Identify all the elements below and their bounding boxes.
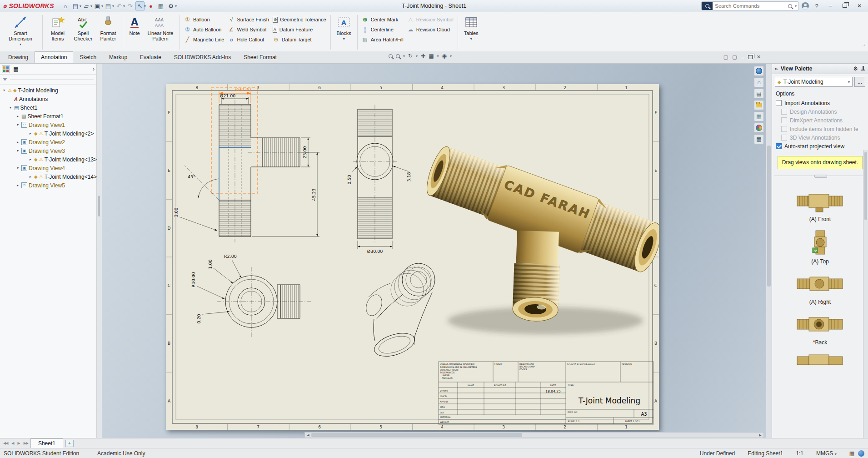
tab-sketch[interactable]: Sketch bbox=[73, 51, 103, 63]
view-palette-tab-icon[interactable]: ▦ bbox=[754, 111, 764, 121]
blocks-dropdown-icon[interactable]: ▾ bbox=[343, 36, 345, 42]
drawing-view-shaded-3d[interactable]: CAD FARAH bbox=[392, 141, 659, 359]
tab-solidworks-addins[interactable]: SOLIDWORKS Add-Ins bbox=[168, 51, 237, 63]
select-tool-icon[interactable]: ↖ bbox=[135, 1, 145, 10]
tab-annotation[interactable]: Annotation bbox=[35, 51, 73, 63]
doc-restore-icon[interactable] bbox=[748, 55, 753, 60]
checkbox-dimxpert-annotations[interactable]: DimXpert Annotations bbox=[776, 116, 864, 125]
open-icon[interactable]: ▱ bbox=[82, 1, 91, 10]
display-style-dropdown-icon[interactable]: ▾ bbox=[437, 54, 439, 58]
new-document-icon[interactable]: ▤ bbox=[71, 1, 80, 10]
expander-icon[interactable]: ▸ bbox=[15, 140, 20, 144]
revision-symbol-button[interactable]: △Revision Symbol bbox=[407, 15, 454, 24]
tree-item-sheet1[interactable]: ▾ ▤ Sheet1 bbox=[0, 103, 96, 112]
drawing-view-isometric[interactable] bbox=[363, 263, 435, 361]
revision-cloud-button[interactable]: ☁Revision Cloud bbox=[407, 25, 454, 34]
scroll-left-icon[interactable]: ◀ bbox=[305, 433, 311, 437]
format-painter-button[interactable]: Format Painter bbox=[96, 13, 120, 51]
centerline-button[interactable]: ¦Centerline bbox=[362, 25, 404, 34]
print-icon[interactable]: ▤ bbox=[104, 1, 113, 10]
checkbox-design-annotations[interactable]: Design Annotations bbox=[776, 107, 864, 116]
palette-document-select[interactable]: ◆ T-Joint Modeling ▾ bbox=[775, 77, 853, 87]
doc-close-icon[interactable]: ✕ bbox=[757, 54, 761, 60]
file-explorer-icon[interactable] bbox=[754, 100, 764, 110]
model-items-button[interactable]: Model Items bbox=[45, 13, 70, 51]
search-commands-box[interactable]: ▾ bbox=[701, 1, 799, 10]
palette-settings-gear-icon[interactable]: ⚙ bbox=[853, 65, 858, 72]
scroll-right-icon[interactable]: ▶ bbox=[757, 433, 763, 437]
checkbox-3d-view-annotations[interactable]: 3D View Annotations bbox=[776, 133, 864, 142]
tables-button[interactable]: Tables ▾ bbox=[460, 13, 482, 51]
tree-item-drawing-view2[interactable]: ▸ ▣ Drawing View2 bbox=[0, 138, 96, 146]
doc-minimize-icon[interactable]: – bbox=[741, 55, 744, 60]
units-selector[interactable]: MMGS ▾ bbox=[816, 450, 837, 457]
note-button[interactable]: A Note bbox=[125, 13, 144, 51]
view-settings-icon[interactable]: ◉ bbox=[442, 53, 447, 59]
record-macro-icon[interactable]: ● bbox=[146, 1, 155, 10]
horizontal-scrollbar[interactable]: ◀ ▶ bbox=[304, 432, 764, 438]
geometric-tolerance-button[interactable]: ⊕Geometric Tolerance bbox=[273, 15, 326, 24]
tree-item-drawing-view5[interactable]: ▸ ◠ Drawing View5 bbox=[0, 181, 96, 190]
area-hatch-button[interactable]: ▨Area Hatch/Fill bbox=[362, 35, 404, 44]
open-dropdown-icon[interactable]: ▾ bbox=[90, 4, 92, 8]
expander-icon[interactable]: ▸ bbox=[15, 114, 20, 118]
spell-checker-button[interactable]: Abc Spell Checker bbox=[70, 13, 96, 51]
drawing-sheet[interactable]: .ln { stroke:#222; stroke-width:1; fill:… bbox=[166, 84, 659, 430]
expander-icon[interactable]: ▾ bbox=[8, 106, 13, 110]
smart-dimension-button[interactable]: Smart Dimension ▾ bbox=[1, 13, 40, 51]
center-mark-button[interactable]: ⊕Center Mark bbox=[362, 15, 404, 24]
hole-callout-button[interactable]: ⌀Hole Callout bbox=[228, 35, 269, 44]
datum-feature-button[interactable]: ADatum Feature bbox=[273, 25, 326, 34]
tab-evaluate[interactable]: Evaluate bbox=[134, 51, 168, 63]
doc-tile-icon[interactable]: ▢ bbox=[723, 54, 728, 60]
property-manager-tab-icon[interactable]: ▦ bbox=[12, 65, 20, 73]
graphics-area[interactable]: .ln { stroke:#222; stroke-width:1; fill:… bbox=[102, 64, 772, 438]
tables-dropdown-icon[interactable]: ▾ bbox=[470, 36, 472, 42]
palette-divider[interactable] bbox=[774, 176, 866, 178]
expander-icon[interactable]: ▾ bbox=[15, 123, 20, 127]
tree-filter-row[interactable] bbox=[0, 75, 96, 85]
search-dropdown-icon[interactable]: ▾ bbox=[795, 4, 797, 8]
vertical-scrollbar[interactable] bbox=[766, 64, 772, 438]
thumbnail-back[interactable]: *Back bbox=[772, 312, 868, 346]
appearances-icon[interactable] bbox=[754, 123, 764, 133]
tree-item-view3-child[interactable]: ▸ ◆ ⚠ T-Joint Modeling<13> bbox=[0, 155, 96, 164]
expander-icon[interactable]: ▾ bbox=[15, 166, 20, 170]
tab-markup[interactable]: Markup bbox=[103, 51, 134, 63]
tags-icon[interactable]: ▦ bbox=[849, 450, 854, 457]
thumbnail-right[interactable]: (A) Right bbox=[772, 272, 868, 305]
undo-icon[interactable]: ↶ bbox=[115, 1, 124, 10]
last-sheet-icon[interactable]: ▶▶ bbox=[22, 441, 30, 445]
panel-splitter[interactable] bbox=[97, 64, 102, 438]
scrollbar-thumb[interactable] bbox=[311, 433, 522, 437]
tree-item-drawing-view1[interactable]: ▾ ◠ Drawing View1 bbox=[0, 121, 96, 129]
tree-item-drawing-view4[interactable]: ▾ ▣ Drawing View4 bbox=[0, 164, 96, 172]
zoom-to-area-icon[interactable] bbox=[396, 54, 400, 58]
smart-dimension-dropdown-icon[interactable]: ▾ bbox=[20, 42, 21, 47]
options-grid-icon[interactable]: ▦ bbox=[156, 1, 165, 10]
settings-gear-icon[interactable]: ⚙ bbox=[166, 1, 175, 10]
auto-balloon-button[interactable]: ②Auto Balloon bbox=[184, 25, 224, 34]
pan-icon[interactable]: ✚ bbox=[421, 53, 425, 59]
checkbox-include-hidden[interactable]: Include items from hidden fe bbox=[776, 125, 864, 133]
pin-panel-icon[interactable] bbox=[861, 66, 865, 71]
help-icon[interactable]: ? bbox=[812, 1, 821, 10]
tree-item-annotations[interactable]: A Annotations bbox=[0, 95, 96, 103]
home-icon[interactable]: ⌂ bbox=[61, 1, 70, 10]
thumbnail-front[interactable]: (A) Front bbox=[772, 189, 868, 222]
collapse-ribbon-icon[interactable]: ˆ bbox=[863, 44, 865, 50]
sheet-tab-sheet1[interactable]: Sheet1 bbox=[30, 438, 63, 448]
checkbox-import-annotations[interactable]: Import Annotations bbox=[776, 99, 864, 107]
weld-symbol-button[interactable]: ∠Weld Symbol bbox=[228, 25, 269, 34]
save-dropdown-icon[interactable]: ▾ bbox=[101, 4, 103, 8]
feature-tree-tab-icon[interactable] bbox=[2, 65, 10, 73]
tree-item-root[interactable]: ▾ ⚠ ◆ T-Joint Modeling bbox=[0, 86, 96, 95]
linear-note-pattern-button[interactable]: AAAAAA Linear Note Pattern bbox=[144, 13, 177, 51]
drawing-view-front[interactable]: Ø30.00 Ø21.00 23.00 bbox=[174, 87, 319, 242]
checkbox-icon[interactable] bbox=[776, 100, 782, 106]
settings-dropdown-icon[interactable]: ▾ bbox=[175, 4, 177, 8]
expander-icon[interactable]: ▾ bbox=[15, 149, 20, 153]
expander-icon[interactable]: ▸ bbox=[15, 183, 20, 187]
thumbnail-partial[interactable] bbox=[772, 353, 868, 366]
restore-button[interactable] bbox=[839, 3, 851, 9]
